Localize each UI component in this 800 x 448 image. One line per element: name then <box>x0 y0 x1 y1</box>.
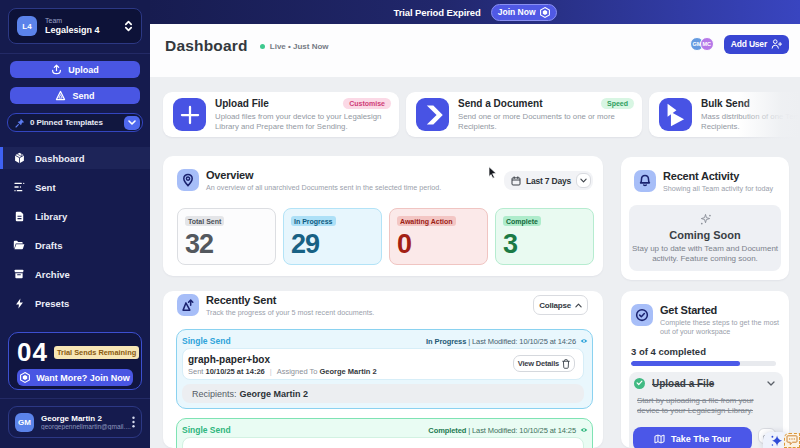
take-the-tour-button[interactable]: Take The Tour <box>633 427 752 448</box>
doc-status-group: In Progress | Last Modified: 10/10/25 at… <box>426 337 588 346</box>
panel-header: Recently Sent Track the progress of your… <box>177 294 593 317</box>
trial-sends-count: 04 <box>17 337 48 368</box>
date-range-dropdown-button[interactable] <box>576 173 591 188</box>
plus-icon <box>173 98 206 131</box>
map-icon <box>654 434 665 444</box>
send-document-card[interactable]: Send a Document Speed Send one or more D… <box>406 92 642 137</box>
user-avatar: GM <box>15 413 34 432</box>
card-title: Upload File <box>215 98 269 109</box>
nav-icon-slot <box>13 152 25 164</box>
sidebar-item-label: Dashboard <box>35 153 85 164</box>
doc-card-header: Single Send Completed | Last Modified: 1… <box>182 424 588 435</box>
panel-titles: Overview An overview of all unarchived D… <box>206 169 441 192</box>
card-title-row: Upload File Customise <box>215 98 391 109</box>
sidebar-divider <box>0 398 150 399</box>
upload-file-step[interactable]: Upload a File Start by uploading a file … <box>629 372 783 448</box>
sidebar-item-label: Drafts <box>35 240 62 251</box>
date-range-control[interactable]: Last 7 Days <box>504 171 593 190</box>
chevron-down-icon[interactable] <box>767 381 775 386</box>
view-details-button[interactable]: View Details <box>513 355 575 372</box>
header-avatars: GM MC <box>690 37 714 51</box>
trial-row: 04 Trial Sends Remaining <box>17 337 133 368</box>
user-card[interactable]: GM George Martin 2 georgepennellmartin@g… <box>8 406 142 438</box>
chat-widget-button[interactable] <box>784 433 800 448</box>
trial-sends-box: 04 Trial Sends Remaining Want More? Join… <box>8 332 142 390</box>
trial-sends-badge: Trial Sends Remaining <box>54 346 139 359</box>
card-description: Send one or more Documents to one or mor… <box>458 112 634 132</box>
team-selector[interactable]: L4 Team Legalesign 4 <box>8 8 142 44</box>
folder-icon <box>13 240 25 250</box>
progress-fill <box>631 361 740 366</box>
banner-join-now-button[interactable]: Join Now <box>491 4 557 21</box>
step-description: Start by uploading a file from your devi… <box>637 396 775 417</box>
stat-value: 3 <box>503 231 585 258</box>
calendar-icon <box>511 176 521 186</box>
stat-awaiting-action: Awaiting Action 0 <box>389 208 488 265</box>
document-icon <box>15 211 24 222</box>
upload-button-label: Upload <box>68 65 99 75</box>
coming-soon-title: Coming Soon <box>629 229 781 241</box>
chat-bubble-icon <box>786 435 798 446</box>
avatar[interactable]: MC <box>700 37 714 51</box>
bulk-send-card[interactable]: Bulk Send Mass distribution of one Templ… <box>649 92 800 137</box>
sidebar: L4 Team Legalesign 4 Upload Send 0 Pinne… <box>0 0 150 448</box>
stat-complete: Complete 3 <box>495 208 594 265</box>
double-chevron-right-icon <box>659 98 692 131</box>
pinned-templates-expand-button[interactable] <box>124 116 140 130</box>
eye-icon[interactable] <box>580 338 588 344</box>
doc-type: Single Send <box>182 425 231 435</box>
sidebar-item-sent[interactable]: Sent <box>0 176 150 198</box>
chevron-right-icon <box>416 98 449 131</box>
user-email: georgepennellmartin@gmail.... <box>41 423 132 430</box>
stat-total-sent: Total Sent 32 <box>177 208 276 265</box>
doc-status: Completed | Last Modified: 10/10/25 at 1… <box>428 426 576 435</box>
get-started-subtitle: Complete these steps to get the most out… <box>660 318 786 336</box>
stat-label: Awaiting Action <box>397 216 456 226</box>
card-description: Upload files from your device to your Le… <box>215 112 391 132</box>
recently-sent-panel: Recently Sent Track the progress of your… <box>163 291 603 448</box>
upload-button[interactable]: Upload <box>10 61 140 78</box>
stat-in-progress: In Progress 29 <box>283 208 382 265</box>
user-meta: George Martin 2 georgepennellmartin@gmai… <box>41 414 132 430</box>
nav-icon-slot <box>13 211 25 222</box>
coming-soon-description: Stay up to date with Team and Document a… <box>629 244 781 263</box>
get-started-panel: Get Started Complete these steps to get … <box>621 291 789 448</box>
sidebar-item-label: Archive <box>35 269 70 280</box>
sidebar-divider <box>0 53 150 54</box>
stat-label: Total Sent <box>185 216 224 226</box>
live-status: Live • Just Now <box>260 42 329 51</box>
nav-icon-slot <box>13 269 25 279</box>
nav-icon-slot <box>13 182 25 192</box>
card-title-row: Send a Document Speed <box>458 98 634 109</box>
status-rest: | Last Modified: 10/10/25 at 14:25 <box>468 426 576 435</box>
sent-list-icon <box>14 182 25 192</box>
kebab-menu-icon[interactable] <box>132 416 135 428</box>
doc-status-group: Completed | Last Modified: 10/10/25 at 1… <box>428 426 588 435</box>
chevron-down-icon <box>580 178 587 183</box>
nav-icon-slot <box>13 240 25 250</box>
meta-separator: | <box>270 367 272 376</box>
mouse-cursor <box>488 166 498 179</box>
sidebar-item-drafts[interactable]: Drafts <box>0 234 150 256</box>
add-user-label: Add User <box>731 39 767 49</box>
send-button[interactable]: Send <box>10 87 140 104</box>
want-more-join-button[interactable]: Want More? Join Now <box>17 369 133 386</box>
pinned-templates-bar[interactable]: 0 Pinned Templates <box>7 113 143 132</box>
recent-activity-title: Recent Activity <box>663 170 773 182</box>
sidebar-item-presets[interactable]: Presets <box>0 292 150 314</box>
progress-bar <box>631 361 776 366</box>
collapse-button[interactable]: Collapse <box>533 295 588 315</box>
person-plus-icon <box>771 39 782 49</box>
eye-icon[interactable] <box>580 427 588 433</box>
add-user-button[interactable]: Add User <box>724 35 789 54</box>
card-title: Send a Document <box>458 98 542 109</box>
sidebar-item-dashboard[interactable]: Dashboard <box>0 147 150 169</box>
upload-file-card[interactable]: Upload File Customise Upload files from … <box>163 92 399 137</box>
sent-label: Sent <box>188 367 203 376</box>
card-body: Send a Document Speed Send one or more D… <box>458 98 634 137</box>
header-actions: GM MC Add User <box>690 35 789 54</box>
page-title: Dashboard <box>165 37 248 55</box>
card-title: Bulk Send <box>701 98 750 109</box>
sidebar-item-archive[interactable]: Archive <box>0 263 150 285</box>
sidebar-item-library[interactable]: Library <box>0 205 150 227</box>
